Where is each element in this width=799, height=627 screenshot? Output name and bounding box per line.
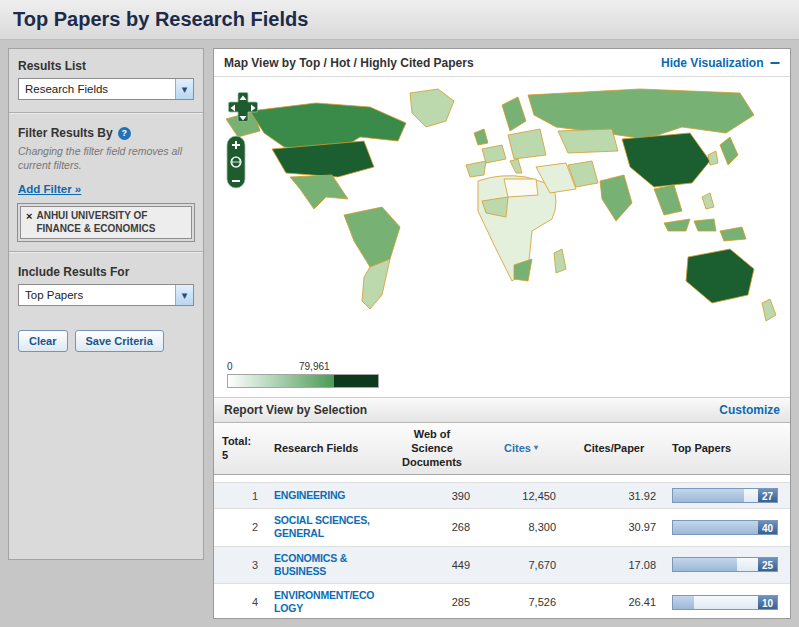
map-pan-control[interactable]: [226, 91, 260, 125]
field-cell: ENGINEERING: [266, 483, 386, 509]
cites-column-header[interactable]: Cites ▾: [478, 423, 564, 475]
chevron-down-icon[interactable]: ▾: [175, 285, 193, 305]
top-papers-count: 40: [758, 521, 777, 534]
cites-cell: 7,526: [478, 584, 564, 620]
results-list-value: Research Fields: [19, 83, 175, 95]
map-region: [622, 133, 710, 187]
top-papers-cell: 25: [664, 546, 790, 583]
bar-fill: [673, 489, 744, 502]
map-region: [762, 299, 776, 321]
main-panel: Map View by Top / Hot / Highly Cited Pap…: [213, 48, 791, 619]
map-section-header: Map View by Top / Hot / Highly Cited Pap…: [214, 49, 790, 77]
map-region: [502, 97, 526, 131]
bar-fill: [673, 558, 737, 571]
table-row: 4 ENVIRONMENT/ECOLOGY 285 7,526 26.41 10: [214, 584, 790, 620]
map-region: [600, 175, 632, 221]
field-cell: ECONOMICS & BUSINESS: [266, 546, 386, 583]
table-row: 1 ENGINEERING 390 12,450 31.92 27: [214, 483, 790, 509]
cites-cell: 7,670: [478, 546, 564, 583]
map-region: [664, 219, 690, 231]
map-legend: 0 79,961: [227, 361, 397, 389]
top-papers-cell: 27: [664, 483, 790, 509]
top-papers-count: 25: [758, 558, 777, 571]
docs-cell: 449: [386, 546, 478, 583]
table-header-row: Total: 5 Research Fields Web of Science …: [214, 423, 790, 475]
cites-per-paper-column-header[interactable]: Cites/Paper: [564, 423, 664, 475]
top-papers-cell: 10: [664, 584, 790, 620]
rank-cell: 2: [214, 509, 266, 546]
wos-documents-column-header[interactable]: Web of Science Documents: [386, 423, 478, 475]
map-controls: [226, 91, 260, 189]
hide-visualization-link[interactable]: Hide Visualization −: [661, 56, 780, 70]
sidebar-divider: [9, 112, 203, 114]
help-icon[interactable]: ?: [118, 127, 131, 140]
remove-filter-icon[interactable]: ×: [26, 210, 32, 235]
filter-chip-label: ANHUI UNIVERSITY OF FINANCE & ECONOMICS: [36, 210, 186, 235]
world-map[interactable]: 0 79,961: [214, 77, 790, 397]
map-region: [344, 207, 400, 267]
table-row: 2 SOCIAL SCIENCES, GENERAL 268 8,300 30.…: [214, 509, 790, 546]
top-papers-cell: 40: [664, 509, 790, 546]
map-zoom-control[interactable]: [226, 135, 246, 189]
map-region: [482, 145, 506, 163]
world-map-image: [220, 81, 786, 349]
results-table: Total: 5 Research Fields Web of Science …: [214, 423, 790, 619]
minus-icon: −: [769, 57, 780, 69]
map-region: [466, 161, 486, 177]
sidebar: Results List Research Fields ▾ Filter Re…: [8, 48, 204, 560]
top-papers-bar: 25: [672, 557, 778, 572]
results-list-label: Results List: [18, 59, 194, 73]
include-results-value: Top Papers: [19, 289, 175, 301]
field-cell: SOCIAL SCIENCES, GENERAL: [266, 509, 386, 546]
map-region: [474, 129, 488, 145]
add-filter-link[interactable]: Add Filter »: [18, 183, 81, 195]
top-papers-column-header[interactable]: Top Papers: [664, 423, 790, 475]
map-region: [720, 227, 746, 241]
cites-per-paper-cell: 31.92: [564, 483, 664, 509]
map-region: [410, 89, 454, 127]
results-list-select[interactable]: Research Fields ▾: [18, 78, 194, 100]
field-cell: ENVIRONMENT/ECOLOGY: [266, 584, 386, 620]
map-view-title: Map View by Top / Hot / Highly Cited Pap…: [224, 56, 474, 70]
cites-cell: 12,450: [478, 483, 564, 509]
field-link[interactable]: ENVIRONMENT/ECOLOGY: [274, 589, 374, 614]
top-papers-bar: 27: [672, 488, 778, 503]
map-region: [558, 129, 618, 153]
map-region: [504, 179, 538, 197]
top-papers-count: 10: [758, 596, 777, 609]
rank-cell: 1: [214, 483, 266, 509]
bar-fill: [673, 596, 694, 609]
map-region: [554, 249, 566, 273]
cites-per-paper-cell: 30.97: [564, 509, 664, 546]
docs-cell: 390: [386, 483, 478, 509]
save-criteria-button[interactable]: Save Criteria: [75, 330, 164, 352]
cites-per-paper-cell: 26.41: [564, 584, 664, 620]
map-region: [720, 137, 738, 165]
esi-top-papers-page: Top Papers by Research Fields Results Li…: [0, 0, 799, 627]
chevron-down-icon[interactable]: ▾: [175, 79, 193, 99]
map-region: [708, 151, 718, 165]
cites-cell: 8,300: [478, 509, 564, 546]
field-link[interactable]: ENGINEERING: [274, 489, 345, 501]
map-region: [362, 259, 390, 309]
page-title: Top Papers by Research Fields: [13, 8, 308, 31]
map-region: [694, 219, 716, 231]
report-section-header: Report View by Selection Customize: [214, 397, 790, 423]
total-count-label: Total: 5: [214, 423, 266, 475]
legend-max-block: [334, 375, 378, 387]
filter-chip[interactable]: × ANHUI UNIVERSITY OF FINANCE & ECONOMIC…: [20, 206, 192, 239]
field-link[interactable]: ECONOMICS & BUSINESS: [274, 552, 347, 577]
top-papers-bar: 40: [672, 520, 778, 535]
map-region: [702, 193, 714, 209]
filter-results-by-label: Filter Results By: [18, 126, 113, 140]
include-results-label: Include Results For: [18, 265, 194, 279]
research-fields-column-header[interactable]: Research Fields: [266, 423, 386, 475]
customize-link[interactable]: Customize: [719, 403, 780, 417]
map-region: [510, 159, 522, 173]
include-results-select[interactable]: Top Papers ▾: [18, 284, 194, 306]
table-row: 3 ECONOMICS & BUSINESS 449 7,670 17.08 2…: [214, 546, 790, 583]
clear-button[interactable]: Clear: [18, 330, 68, 352]
sort-down-icon: ▾: [534, 443, 538, 452]
map-region: [686, 249, 754, 303]
field-link[interactable]: SOCIAL SCIENCES, GENERAL: [274, 514, 370, 539]
